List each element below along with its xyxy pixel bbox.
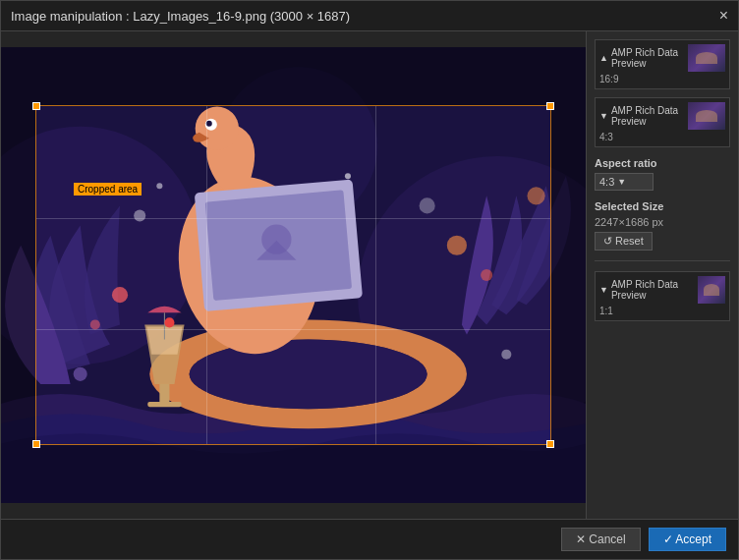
preview-4-3-chevron[interactable]: ▼ xyxy=(599,111,608,121)
crop-overlay-left xyxy=(1,105,35,445)
selected-size-value: 2247×1686 px xyxy=(595,216,730,228)
preview-1-1-item: ▼ AMP Rich Data Preview 1:1 xyxy=(595,271,730,321)
crop-handle-top-right[interactable] xyxy=(546,102,554,110)
crop-box[interactable]: Cropped area xyxy=(35,105,551,445)
preview-4-3-text: AMP Rich Data Preview xyxy=(611,105,684,127)
preview-4-3-row: ▼ AMP Rich Data Preview xyxy=(599,102,725,130)
preview-16-9-text: AMP Rich Data Preview xyxy=(611,47,684,69)
aspect-ratio-chevron: ▼ xyxy=(617,177,626,187)
canvas-area[interactable]: Cropped area xyxy=(1,31,586,519)
image-manipulation-dialog: Image manipulation : Lazy_Images_16-9.pn… xyxy=(0,0,739,560)
accept-button[interactable]: ✓ Accept xyxy=(649,528,726,551)
crop-overlay-bottom xyxy=(1,445,586,519)
preview-1-1-thumb-inner xyxy=(698,276,725,304)
preview-1-1-ratio: 1:1 xyxy=(599,306,725,316)
dialog-titlebar: Image manipulation : Lazy_Images_16-9.pn… xyxy=(1,1,738,31)
reset-button[interactable]: ↺ Reset xyxy=(595,232,653,251)
crop-grid xyxy=(36,106,550,444)
preview-4-3-label: ▼ AMP Rich Data Preview xyxy=(599,105,684,127)
preview-1-1-text: AMP Rich Data Preview xyxy=(611,279,694,301)
right-panel: ▲ AMP Rich Data Preview 16:9 ▼ AMP Rich … xyxy=(586,31,738,519)
preview-4-3-thumb xyxy=(688,102,725,130)
canvas-bg: Cropped area xyxy=(1,31,586,519)
aspect-ratio-label: Aspect ratio xyxy=(595,157,730,169)
preview-4-3-ratio: 4:3 xyxy=(599,132,725,142)
crop-handle-top-left[interactable] xyxy=(32,102,40,110)
crop-grid-line-v1 xyxy=(206,106,207,444)
crop-grid-line-v2 xyxy=(375,106,376,444)
selected-size-section: Selected Size 2247×1686 px ↺ Reset xyxy=(595,200,730,251)
preview-4-3-thumb-inner xyxy=(688,102,725,130)
preview-16-9-label: ▲ AMP Rich Data Preview xyxy=(599,47,684,69)
preview-4-3-item: ▼ AMP Rich Data Preview 4:3 xyxy=(595,97,730,147)
preview-16-9-row: ▲ AMP Rich Data Preview xyxy=(599,44,725,72)
dialog-body: Cropped area xyxy=(1,31,738,519)
crop-handle-bottom-left[interactable] xyxy=(32,440,40,448)
dialog-footer: ✕ Cancel ✓ Accept xyxy=(1,519,738,559)
preview-16-9-item: ▲ AMP Rich Data Preview 16:9 xyxy=(595,39,730,89)
preview-1-1-chevron[interactable]: ▼ xyxy=(599,285,608,295)
selected-size-label: Selected Size xyxy=(595,200,730,212)
preview-1-1-row: ▼ AMP Rich Data Preview xyxy=(599,276,725,304)
dialog-close-button[interactable]: × xyxy=(719,7,728,25)
crop-handle-bottom-right[interactable] xyxy=(546,440,554,448)
aspect-ratio-section: Aspect ratio 4:3 ▼ xyxy=(595,157,730,191)
preview-1-1-thumb xyxy=(698,276,725,304)
preview-16-9-thumb xyxy=(688,44,725,72)
aspect-ratio-select[interactable]: 4:3 ▼ xyxy=(595,173,654,191)
crop-overlay-top xyxy=(1,31,586,105)
crop-label: Cropped area xyxy=(74,183,142,196)
crop-grid-line-h2 xyxy=(36,329,550,330)
preview-16-9-ratio: 16:9 xyxy=(599,74,725,84)
divider xyxy=(595,260,730,261)
dialog-title: Image manipulation : Lazy_Images_16-9.pn… xyxy=(11,9,350,24)
crop-overlay-right xyxy=(551,105,586,445)
preview-1-1-label: ▼ AMP Rich Data Preview xyxy=(599,279,694,301)
preview-16-9-chevron[interactable]: ▲ xyxy=(599,53,608,63)
preview-16-9-thumb-inner xyxy=(688,44,725,72)
cancel-button[interactable]: ✕ Cancel xyxy=(561,528,641,551)
aspect-ratio-value: 4:3 xyxy=(599,176,614,188)
crop-grid-line-h1 xyxy=(36,218,550,219)
